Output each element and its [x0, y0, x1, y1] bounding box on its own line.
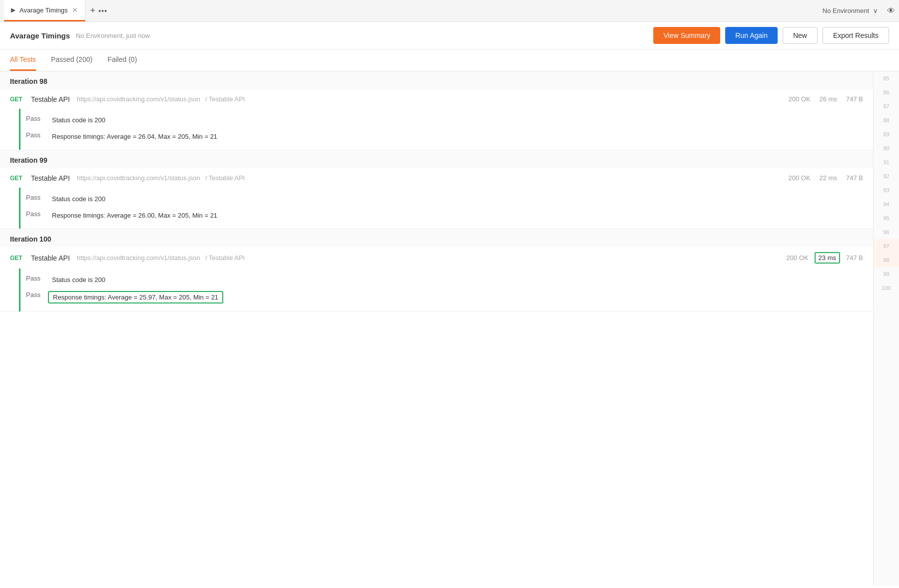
header-subtitle: No Environment, just now [76, 32, 150, 39]
pass-label-99-0: Pass [26, 194, 42, 201]
environment-selector[interactable]: No Environment ∨ 👁 [823, 6, 895, 15]
test-results-99: Pass Status code is 200 Pass Response ti… [0, 188, 873, 229]
test-text-100-1-highlighted: Response timings: Average = 25.97, Max =… [48, 291, 223, 303]
iteration-98-header: Iteration 98 [0, 71, 873, 89]
request-meta-100: 200 OK 23 ms 747 B [787, 252, 863, 264]
test-item-99-1: Pass Response timings: Average = 26.00, … [26, 207, 863, 224]
line-number-88: 88 [874, 113, 899, 127]
iteration-99-header: Iteration 99 [0, 150, 873, 168]
iteration-99-label: Iteration 99 [10, 156, 47, 164]
chevron-down-icon: ∨ [873, 7, 878, 14]
request-row-99[interactable]: GET Testable API https://api.covidtracki… [0, 168, 873, 188]
request-path-99: / Testable API [205, 174, 245, 182]
test-text-100-0: Status code is 200 [48, 275, 109, 285]
iteration-100-block: Iteration 100 GET Testable API https://a… [0, 229, 873, 312]
test-results-content: Iteration 98 GET Testable API https://ap… [0, 71, 873, 586]
close-tab-button[interactable]: ✕ [72, 6, 78, 14]
status-98: 200 OK [789, 95, 811, 103]
new-button[interactable]: New [783, 27, 818, 44]
line-number-92: 92 [874, 169, 899, 183]
iteration-100-label: Iteration 100 [10, 235, 51, 243]
request-path-100: / Testable API [205, 254, 245, 262]
header-actions: View Summary Run Again New Export Result… [653, 27, 889, 44]
timing-99: 22 ms [817, 173, 840, 183]
iteration-99-block: Iteration 99 GET Testable API https://ap… [0, 150, 873, 229]
test-item-100-1: Pass Response timings: Average = 25.97, … [26, 288, 863, 306]
tab-passed[interactable]: Passed (200) [51, 49, 92, 71]
status-99: 200 OK [789, 174, 811, 182]
line-numbers-sidebar: 858687888990919293949596979899100 [873, 71, 899, 586]
request-url-99: https://api.covidtracking.com/v1/status.… [77, 174, 200, 182]
request-row-98[interactable]: GET Testable API https://api.covidtracki… [0, 89, 873, 109]
view-summary-button[interactable]: View Summary [653, 27, 720, 44]
test-item-98-1: Pass Response timings: Average = 26.04, … [26, 128, 863, 145]
request-meta-98: 200 OK 26 ms 747 B [789, 94, 863, 104]
request-name-99: Testable API [31, 174, 70, 182]
main-content: Iteration 98 GET Testable API https://ap… [0, 71, 899, 586]
test-text-99-0: Status code is 200 [48, 194, 109, 204]
page-header: Avarage Timings No Environment, just now… [0, 22, 899, 49]
eye-icon[interactable]: 👁 [887, 6, 895, 15]
test-results-100: Pass Status code is 200 Pass Response ti… [0, 269, 873, 311]
method-badge-98: GET [10, 96, 26, 103]
pass-label-100-0: Pass [26, 275, 42, 282]
request-path-98: / Testable API [205, 95, 245, 103]
pass-label-98-0: Pass [26, 115, 42, 122]
pass-label-98-1: Pass [26, 131, 42, 139]
test-text-98-1: Response timings: Average = 26.04, Max =… [48, 131, 221, 142]
test-text-99-1: Response timings: Average = 26.00, Max =… [48, 210, 221, 221]
line-number-98: 98 [874, 253, 899, 267]
iteration-98-block: Iteration 98 GET Testable API https://ap… [0, 71, 873, 150]
line-number-87: 87 [874, 99, 899, 113]
request-url-98: https://api.covidtracking.com/v1/status.… [77, 95, 200, 103]
request-row-100[interactable]: GET Testable API https://api.covidtracki… [0, 247, 873, 269]
iteration-100-header: Iteration 100 [0, 229, 873, 247]
tab-failed[interactable]: Failed (0) [107, 49, 137, 71]
size-99: 747 B [846, 174, 863, 182]
timing-100-highlighted: 23 ms [815, 252, 840, 264]
request-name-98: Testable API [31, 95, 70, 103]
line-number-93: 93 [874, 183, 899, 197]
size-98: 747 B [846, 95, 863, 103]
test-results-98: Pass Status code is 200 Pass Response ti… [0, 109, 873, 150]
more-tabs-button[interactable]: ••• [98, 7, 107, 15]
environment-label: No Environment [823, 7, 869, 14]
method-badge-99: GET [10, 175, 26, 182]
status-100: 200 OK [787, 254, 809, 262]
collection-title: Avarage Timings [10, 31, 70, 40]
request-name-100: Testable API [31, 254, 70, 262]
iteration-98-label: Iteration 98 [10, 77, 47, 85]
test-item-98-0: Pass Status code is 200 [26, 112, 863, 128]
play-icon: ▶ [11, 6, 15, 13]
tab-bar: ▶ Avarage Timings ✕ + ••• No Environment… [0, 0, 899, 22]
run-again-button[interactable]: Run Again [725, 27, 778, 44]
timing-98: 26 ms [817, 94, 840, 104]
line-number-94: 94 [874, 197, 899, 211]
pass-label-99-1: Pass [26, 210, 42, 218]
line-number-95: 95 [874, 211, 899, 225]
request-meta-99: 200 OK 22 ms 747 B [789, 173, 863, 183]
line-number-89: 89 [874, 127, 899, 141]
pass-label-100-1: Pass [26, 291, 42, 298]
tab-all-tests[interactable]: All Tests [10, 49, 36, 71]
tabs-navigation: All Tests Passed (200) Failed (0) [0, 49, 899, 71]
line-number-90: 90 [874, 141, 899, 155]
test-item-100-0: Pass Status code is 200 [26, 272, 863, 288]
size-100: 747 B [846, 254, 863, 262]
line-number-96: 96 [874, 225, 899, 239]
line-number-85: 85 [874, 71, 899, 85]
test-text-98-0: Status code is 200 [48, 115, 109, 125]
line-number-86: 86 [874, 85, 899, 99]
line-number-97: 97 [874, 239, 899, 253]
test-item-99-0: Pass Status code is 200 [26, 191, 863, 207]
export-results-button[interactable]: Export Results [823, 27, 889, 44]
method-badge-100: GET [10, 255, 26, 262]
request-url-100: https://api.covidtracking.com/v1/status.… [77, 254, 200, 262]
tab-title: Avarage Timings [19, 6, 68, 14]
add-tab-button[interactable]: + [90, 5, 96, 16]
line-number-91: 91 [874, 155, 899, 169]
line-number-100: 100 [874, 281, 899, 295]
active-tab[interactable]: ▶ Avarage Timings ✕ [4, 0, 85, 21]
line-number-99: 99 [874, 267, 899, 281]
